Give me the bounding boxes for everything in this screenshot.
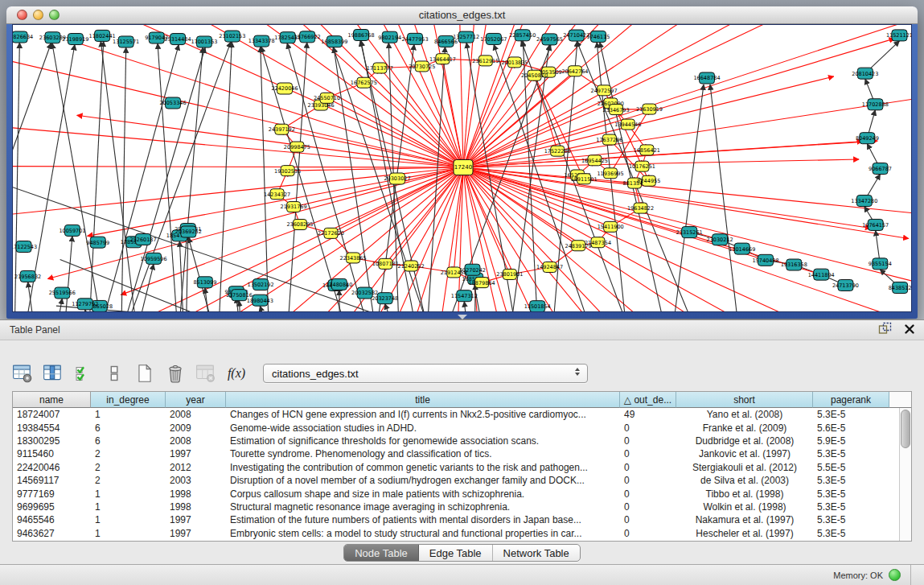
cell-in_degree: 2 [91, 448, 166, 459]
svg-text:11501854: 11501854 [524, 303, 551, 310]
svg-text:19634822: 19634822 [627, 205, 654, 212]
minimize-button[interactable] [33, 10, 43, 20]
svg-text:14411894: 14411894 [808, 272, 835, 278]
table-chooser-value: citations_edges.txt [272, 368, 359, 380]
table-row[interactable]: 1872400712008Changes of HCN gene express… [13, 408, 899, 421]
table-row[interactable]: 946362711997Embryonic stem cells: a mode… [13, 527, 899, 540]
column-header-out_de[interactable]: △ out_de... [620, 392, 676, 408]
svg-text:16954425: 16954425 [581, 158, 608, 164]
clear-selection-button[interactable] [104, 363, 125, 384]
svg-text:13464417: 13464417 [429, 56, 456, 63]
cell-out_degree: 0 [620, 514, 676, 525]
cell-name: 9115460 [13, 448, 91, 459]
cell-year: 1998 [166, 488, 226, 500]
svg-text:11547312: 11547312 [451, 293, 478, 299]
table-row[interactable]: 2242004622012Investigating the contribut… [13, 461, 899, 474]
cell-in_degree: 1 [91, 514, 166, 525]
table-row[interactable]: 911546021997Tourette syndrome. Phenomeno… [13, 447, 899, 460]
svg-text:23198919: 23198919 [62, 36, 88, 43]
column-header-pagerank[interactable]: pagerank [813, 392, 889, 408]
close-button[interactable] [17, 10, 27, 20]
cell-pagerank: 5.5E-5 [813, 462, 889, 473]
column-header-name[interactable]: name [13, 392, 91, 408]
vertical-scrollbar[interactable] [899, 408, 911, 541]
cell-pagerank: 5.3E-5 [813, 514, 889, 525]
cell-out_degree: 0 [620, 475, 676, 486]
svg-text:25519566: 25519566 [49, 290, 76, 296]
function-builder-button[interactable]: f(x) [226, 363, 247, 384]
svg-text:29303027: 29303027 [384, 175, 410, 182]
svg-text:14234327: 14234327 [264, 192, 290, 198]
svg-text:21956832: 21956832 [14, 274, 41, 280]
svg-text:17122543: 17122543 [12, 244, 37, 250]
new-document-icon [134, 363, 155, 384]
tab-node-table[interactable]: Node Table [344, 545, 419, 561]
trash-icon [165, 363, 186, 384]
delete-column-button[interactable] [165, 363, 186, 384]
column-selection-button[interactable] [43, 363, 64, 384]
cell-name: 9699695 [13, 501, 91, 513]
table-chooser-select[interactable]: citations_edges.txt [263, 364, 588, 383]
table-row[interactable]: 1938455462009Genome-wide association stu… [13, 421, 899, 434]
network-view-frame: 1282663423603289231989191180244113125571… [6, 24, 918, 319]
svg-text:15411900: 15411900 [598, 224, 624, 230]
svg-text:21630919: 21630919 [636, 106, 663, 113]
svg-text:21315261: 21315261 [676, 229, 703, 236]
cell-year: 2012 [166, 462, 226, 473]
cell-short: Yano et al. (2008) [676, 409, 813, 420]
cell-pagerank: 5.3E-5 [813, 475, 889, 486]
delete-table-button[interactable] [195, 363, 216, 384]
cell-name: 14569117 [13, 475, 91, 486]
column-header-title[interactable]: title [226, 392, 620, 408]
cell-short: Dudbridge et al. (2008) [676, 435, 813, 447]
green-checks-icon [74, 364, 93, 383]
window-titlebar[interactable]: citations_edges.txt [6, 6, 918, 24]
cell-title: Structural magnetic resonance image aver… [226, 501, 620, 513]
svg-text:10059701: 10059701 [59, 228, 85, 234]
close-panel-button[interactable] [905, 323, 914, 337]
svg-text:8244955: 8244955 [637, 178, 660, 184]
table-row[interactable]: 977716911998Corpus callosum shape and si… [13, 487, 899, 500]
svg-text:23030212: 23030212 [707, 237, 733, 243]
column-header-short[interactable]: short [676, 392, 813, 408]
column-header-year[interactable]: year [166, 392, 226, 408]
cell-pagerank: 5.3E-5 [813, 501, 889, 513]
svg-text:8513099: 8513099 [193, 279, 216, 286]
cell-pagerank: 5.3E-5 [813, 528, 889, 539]
svg-text:23612915: 23612915 [472, 58, 499, 64]
node-table: namein_degreeyeartitle△ out_de...shortpa… [12, 391, 912, 542]
svg-text:20032582: 20032582 [351, 290, 378, 296]
table-row[interactable]: 1456911722003Disruption of a novel membe… [13, 474, 899, 487]
float-panel-button[interactable] [878, 322, 892, 338]
scrollbar-thumb[interactable] [901, 410, 910, 448]
cell-out_degree: 0 [620, 448, 676, 459]
cell-in_degree: 1 [91, 501, 166, 513]
zoom-button[interactable] [49, 10, 60, 20]
svg-text:24477953: 24477953 [401, 36, 428, 43]
svg-text:11702888: 11702888 [862, 101, 889, 108]
tab-network-table[interactable]: Network Table [493, 545, 580, 561]
column-header-in_degree[interactable]: in_degree [91, 392, 166, 408]
table-panel-title: Table Panel [10, 324, 60, 336]
new-column-button[interactable] [134, 363, 155, 384]
table-row[interactable]: 1830029562008Estimation of significance … [13, 435, 899, 447]
tab-edge-table[interactable]: Edge Table [419, 545, 493, 561]
svg-text:22857450: 22857450 [509, 32, 536, 39]
cell-in_degree: 2 [91, 475, 166, 486]
svg-text:19316358: 19316358 [781, 262, 807, 268]
svg-text:21912458: 21912458 [441, 270, 467, 276]
select-rows-button[interactable] [73, 363, 94, 384]
table-row[interactable]: 969969511998Structural magnetic resonanc… [13, 501, 899, 513]
cell-short: Jankovic et al. (1997) [676, 448, 813, 459]
cell-title: Estimation of significance thresholds fo… [226, 435, 620, 447]
network-canvas[interactable]: 1282663423603289231989191180244113125571… [12, 24, 912, 312]
network-window: citations_edges.txt 12826634236032892319… [6, 6, 918, 319]
cell-short: Tibbo et al. (1998) [676, 488, 813, 500]
svg-text:9802194: 9802194 [378, 35, 401, 41]
column-visibility-button[interactable] [12, 363, 33, 384]
svg-text:24839179: 24839179 [565, 243, 592, 249]
table-row[interactable]: 946554611997Estimation of the future num… [13, 513, 899, 526]
cell-short: de Silva et al. (2003) [676, 475, 813, 486]
svg-text:19302535: 19302535 [274, 168, 301, 175]
cell-title: Embryonic stem cells: a model to study s… [226, 528, 620, 539]
